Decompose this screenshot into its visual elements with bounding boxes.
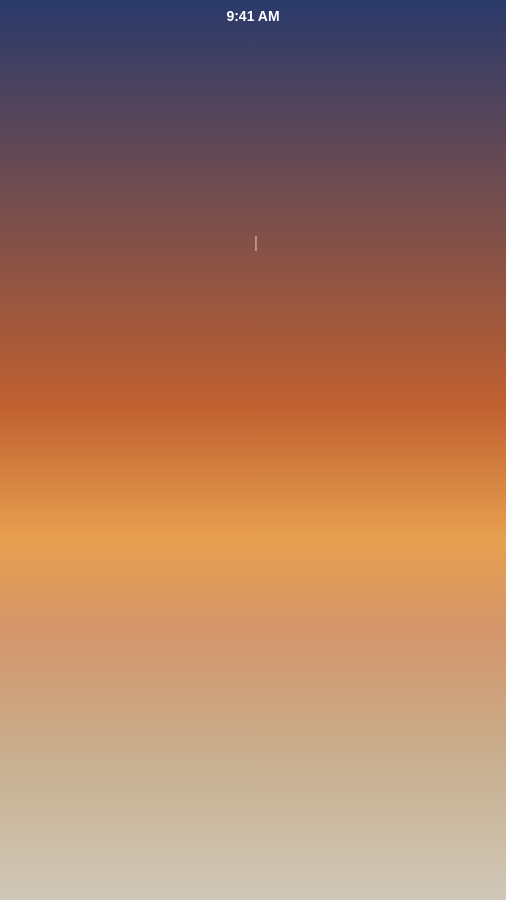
separator: | [254,233,258,252]
status-time: 9:41 AM [226,8,279,24]
